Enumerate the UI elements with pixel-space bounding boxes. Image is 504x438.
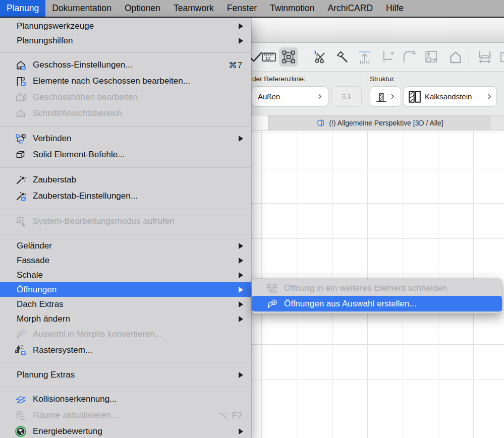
measure-button[interactable]: 12 (259, 47, 278, 67)
infobox: der Referenzlinie: Außen Struktur: Kalks… (251, 72, 504, 115)
menu-item-label: Geländer (17, 241, 52, 251)
planung-menu-panel: PlanungswerkzeugePlanungshilfenGeschoss-… (0, 18, 251, 438)
menu-item-planung-extras[interactable]: Planung Extras (0, 367, 251, 382)
menu-item-verbinden[interactable]: Verbinden (0, 131, 251, 147)
menu-item-auswahl-in-morphs-konvertieren[interactable]: Auswahl in Morphs konvertieren... (0, 326, 251, 342)
menu-item-label: Öffnungen (17, 285, 57, 295)
menu-item-dach-extras[interactable]: Dach Extras (0, 297, 251, 311)
menubar-item-planung[interactable]: Planung (0, 0, 45, 17)
menu-item-öffnungen[interactable]: Öffnungen (0, 282, 251, 297)
menu-item-kollisionserkennung[interactable]: Kollisionserkennung... (0, 391, 251, 407)
menu-item-räume-aktualisieren[interactable]: Räume aktualisieren...⌥ F2 (0, 407, 251, 423)
menu-item-solid-element-befehle[interactable]: Solid Element-Befehle... (0, 147, 251, 163)
adjust-icon (334, 49, 349, 65)
shortcut-label: ⌘7 (229, 60, 243, 70)
chevron-right-icon (316, 93, 324, 100)
menubar-item-label: ArchiCARD (328, 3, 373, 14)
resize-button[interactable] (422, 47, 441, 67)
toolbar: 12 (251, 43, 504, 72)
menubar-item-hilfe[interactable]: Hilfe (379, 0, 410, 17)
menu-item-label: Zauberstab-Einstellungen... (33, 191, 138, 201)
menubar-item-teamwork[interactable]: Teamwork (167, 0, 220, 17)
menubar-item-optionen[interactable]: Optionen (118, 0, 167, 17)
storey-settings-icon (15, 59, 27, 71)
edit-elements-by-storey-icon (15, 75, 27, 87)
menubar-item-label: Hilfe (386, 3, 404, 14)
stretch-icon (477, 49, 492, 65)
grid-system-icon (15, 344, 27, 356)
menu-item-label: Auswahl in Morphs konvertieren... (33, 329, 162, 339)
oeffnungen-submenu-panel: Öffnung in ein weiteres Element schneide… (252, 279, 502, 314)
menu-item-geschosshöhen-bearbeiten[interactable]: Geschosshöhen bearbeiten (0, 89, 251, 105)
menu-item-schnitt-ansichtsbereich[interactable]: Schnitt/Ansichtsbereich (0, 105, 251, 121)
menu-item-geschoss-einstellungen[interactable]: Geschoss-Einstellungen...⌘7 (0, 57, 251, 73)
collision-detection-icon (15, 393, 27, 405)
menu-item-geländer[interactable]: Geländer (0, 238, 251, 253)
connect-icon (15, 133, 27, 145)
submenu-arrow-icon (239, 316, 243, 322)
menubar-item-dokumentation[interactable]: Dokumentation (45, 0, 118, 17)
tab-allgemeine-perspektive[interactable]: (!) Allgemeine Perspektive [3D / Alle] (269, 115, 490, 130)
wall-geometry-select[interactable] (370, 86, 401, 107)
menu-item-zauberstab-einstellungen[interactable]: Zauberstab-Einstellungen... (0, 188, 251, 204)
system-edit-mode-icon (15, 215, 27, 227)
menu-item-label: Verbinden (33, 134, 72, 144)
submenu-item-öffnungen-aus-auswahl-erstellen[interactable]: Öffnungen aus Auswahl erstellen... (252, 296, 502, 311)
menu-item-zauberstab[interactable]: Zauberstab (0, 172, 251, 188)
app-window: 12 der Referenzlinie: Außen Struktur: Ka… (251, 18, 504, 438)
submenu-item-label: Öffnung in ein weiteres Element schneide… (284, 283, 447, 293)
create-openings-icon (266, 298, 278, 310)
stretch-button[interactable] (475, 47, 494, 67)
submenu-arrow-icon (239, 243, 243, 249)
menu-item-energiebewertung[interactable]: Energiebewertung (0, 423, 251, 438)
submenu-item-öffnung-in-ein-weiteres-element-schneiden[interactable]: Öffnung in ein weiteres Element schneide… (252, 280, 502, 296)
window-titlebar[interactable] (251, 18, 504, 43)
reference-line-select[interactable]: Außen (252, 86, 328, 107)
menubar-item-archicard[interactable]: ArchiCARD (321, 0, 379, 17)
menu-item-label: Zauberstab (33, 175, 76, 185)
menu-item-label: Räume aktualisieren... (33, 410, 118, 420)
menubar-item-fenster[interactable]: Fenster (220, 0, 263, 17)
magic-wand-settings-icon (15, 190, 27, 202)
flip-reference-button[interactable] (331, 86, 362, 107)
edge-button[interactable] (497, 47, 504, 67)
menu-item-planungswerkzeuge[interactable]: Planungswerkzeuge (0, 19, 251, 33)
menu-item-rastersystem[interactable]: Rastersystem... (0, 342, 251, 358)
menu-item-planungshilfen[interactable]: Planungshilfen (0, 33, 251, 48)
home-storey-button[interactable] (446, 47, 465, 67)
fillet-button[interactable] (400, 47, 419, 67)
menu-item-fassade[interactable]: Fassade (0, 253, 251, 268)
submenu-item-label: Öffnungen aus Auswahl erstellen... (284, 299, 416, 309)
menu-item-morph-ändern[interactable]: Morph ändern (0, 311, 251, 326)
split-button[interactable] (311, 47, 330, 67)
menu-item-elemente-nach-geschossen-bearbeiten[interactable]: Elemente nach Geschossen bearbeiten... (0, 73, 251, 89)
marquee-button[interactable] (279, 47, 298, 67)
toolbar-separator (306, 49, 306, 65)
flip-reference-icon (341, 91, 353, 103)
menubar-item-label: Dokumentation (52, 3, 111, 14)
menu-item-label: Fassade (17, 256, 49, 266)
menubar: PlanungDokumentationOptionenTeamworkFens… (0, 0, 504, 18)
menu-item-system-bearbeitungsmodus-aufrufen[interactable]: System-Bearbeitungsmodus aufrufen (0, 213, 251, 229)
structure-material-select[interactable]: Kalksandstein (404, 86, 497, 107)
intersect-button[interactable] (377, 47, 397, 67)
chevron-right-icon (486, 93, 493, 100)
marquee-icon (281, 49, 296, 65)
cut-opening-icon (266, 282, 278, 294)
measure-icon: 12 (261, 49, 276, 65)
3d-view-icon (315, 118, 325, 128)
chevron-right-icon (389, 93, 397, 100)
svg-text:12: 12 (265, 56, 270, 61)
menubar-item-twinmotion[interactable]: Twinmotion (263, 0, 321, 17)
adjust-button[interactable] (332, 47, 351, 67)
menu-separator (0, 163, 251, 172)
energy-evaluation-icon (15, 425, 27, 437)
menu-item-label: Morph ändern (17, 314, 70, 324)
menubar-item-label: Planung (7, 3, 39, 14)
menu-separator (0, 121, 251, 131)
submenu-arrow-icon (239, 301, 243, 307)
elevate-button[interactable] (355, 47, 374, 67)
menu-item-label: Geschoss-Einstellungen... (33, 60, 133, 70)
intersect-icon (379, 49, 395, 65)
menu-item-schale[interactable]: Schale (0, 268, 251, 282)
